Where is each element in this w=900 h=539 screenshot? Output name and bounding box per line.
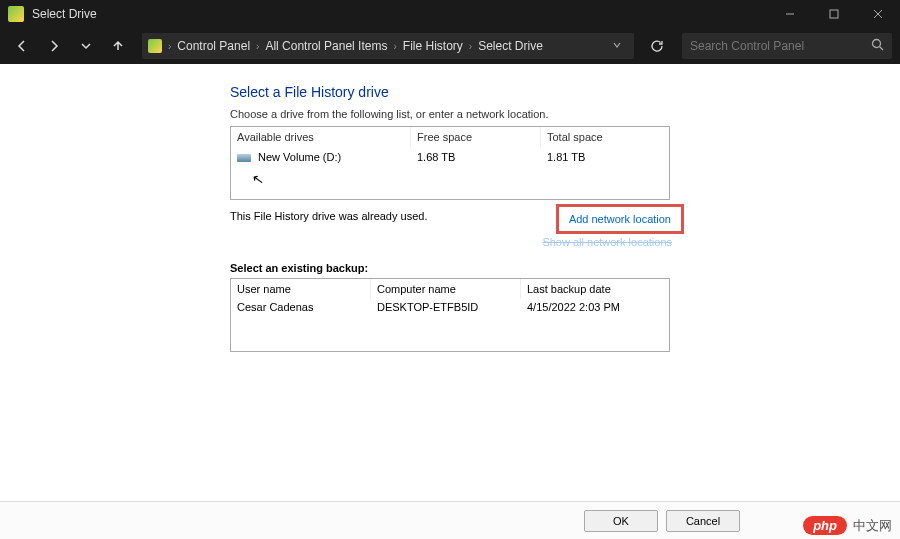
watermark-text: 中文网: [853, 517, 892, 535]
control-panel-icon: [148, 39, 162, 53]
backup-table: User name Computer name Last backup date…: [230, 278, 670, 352]
forward-button[interactable]: [40, 32, 68, 60]
content-area: Select a File History drive Choose a dri…: [0, 64, 900, 501]
page-subtext: Choose a drive from the following list, …: [230, 108, 900, 120]
drives-header: Available drives Free space Total space: [231, 127, 669, 147]
col-available-drives[interactable]: Available drives: [231, 127, 411, 147]
chevron-right-icon: ›: [467, 41, 474, 52]
backup-header: User name Computer name Last backup date: [231, 279, 669, 299]
col-user-name[interactable]: User name: [231, 279, 371, 299]
search-box[interactable]: [682, 33, 892, 59]
show-all-network-link[interactable]: Show all network locations: [542, 236, 672, 248]
add-network-highlight: Add network location: [556, 204, 684, 234]
col-computer-name[interactable]: Computer name: [371, 279, 521, 299]
address-bar[interactable]: › Control Panel › All Control Panel Item…: [142, 33, 634, 59]
drives-table: Available drives Free space Total space …: [230, 126, 670, 200]
breadcrumb[interactable]: All Control Panel Items: [265, 39, 387, 53]
dialog-footer: OK Cancel: [0, 501, 900, 539]
chevron-down-icon[interactable]: [606, 39, 628, 53]
chevron-right-icon: ›: [166, 41, 173, 52]
drives-body: New Volume (D:) 1.68 TB 1.81 TB: [231, 147, 669, 199]
drive-total: 1.81 TB: [541, 149, 669, 165]
add-network-location-link[interactable]: Add network location: [569, 213, 671, 225]
watermark-badge: php: [803, 516, 847, 535]
already-used-row: This File History drive was already used…: [230, 210, 670, 234]
search-input[interactable]: [690, 39, 860, 53]
ok-button[interactable]: OK: [584, 510, 658, 532]
already-used-text: This File History drive was already used…: [230, 210, 427, 222]
window-title: Select Drive: [32, 7, 768, 21]
col-last-backup-date[interactable]: Last backup date: [521, 279, 669, 299]
refresh-button[interactable]: [642, 33, 672, 59]
window-controls: [768, 0, 900, 28]
backup-body: Cesar Cadenas DESKTOP-ETFB5ID 4/15/2022 …: [231, 299, 669, 351]
drive-row[interactable]: New Volume (D:) 1.68 TB 1.81 TB: [231, 147, 669, 167]
breadcrumb[interactable]: Control Panel: [177, 39, 250, 53]
up-button[interactable]: [104, 32, 132, 60]
cancel-button[interactable]: Cancel: [666, 510, 740, 532]
backup-date: 4/15/2022 2:03 PM: [521, 299, 669, 315]
col-total-space[interactable]: Total space: [541, 127, 669, 147]
close-button[interactable]: [856, 0, 900, 28]
maximize-button[interactable]: [812, 0, 856, 28]
app-icon: [8, 6, 24, 22]
breadcrumb[interactable]: Select Drive: [478, 39, 543, 53]
chevron-right-icon: ›: [391, 41, 398, 52]
svg-rect-1: [830, 10, 838, 18]
backup-row[interactable]: Cesar Cadenas DESKTOP-ETFB5ID 4/15/2022 …: [231, 299, 669, 315]
navbar: › Control Panel › All Control Panel Item…: [0, 28, 900, 64]
backup-user: Cesar Cadenas: [231, 299, 371, 315]
recent-locations-button[interactable]: [72, 32, 100, 60]
watermark: php 中文网: [803, 516, 892, 535]
search-icon: [871, 38, 884, 54]
titlebar: Select Drive: [0, 0, 900, 28]
page-heading: Select a File History drive: [230, 84, 900, 100]
drive-name: New Volume (D:): [258, 151, 341, 163]
col-free-space[interactable]: Free space: [411, 127, 541, 147]
chevron-right-icon: ›: [254, 41, 261, 52]
minimize-button[interactable]: [768, 0, 812, 28]
drive-free: 1.68 TB: [411, 149, 541, 165]
breadcrumb[interactable]: File History: [403, 39, 463, 53]
svg-point-4: [873, 40, 881, 48]
svg-line-5: [880, 47, 884, 51]
existing-backup-label: Select an existing backup:: [230, 262, 900, 274]
backup-computer: DESKTOP-ETFB5ID: [371, 299, 521, 315]
back-button[interactable]: [8, 32, 36, 60]
drive-icon: [237, 154, 251, 162]
